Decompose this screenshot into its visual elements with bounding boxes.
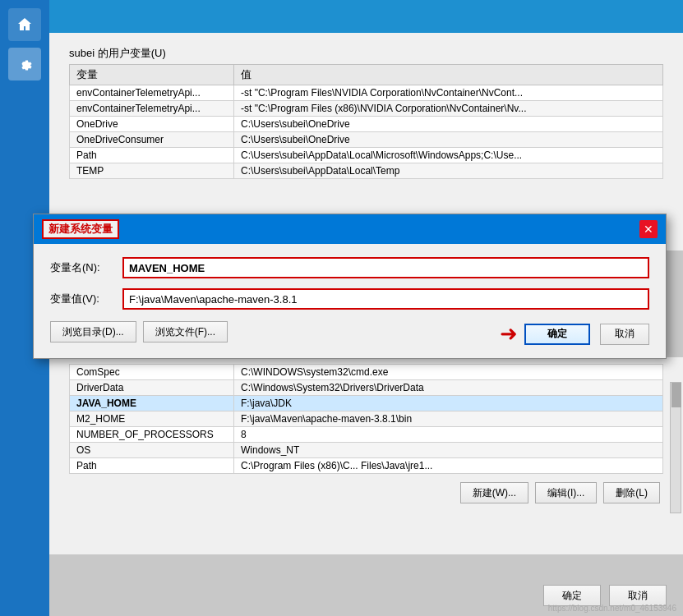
table-row[interactable]: M2_HOMEF:\java\Maven\apache-maven-3.8.1\… — [70, 411, 663, 427]
var-value-cell: -st "C:\Program Files\NVIDIA Corporation… — [234, 85, 663, 101]
var-name-cell: Path — [70, 148, 234, 163]
sys-var-value-cell: F:\java\Maven\apache-maven-3.8.1\bin — [234, 411, 663, 427]
table-row[interactable]: JAVA_HOMEF:\java\JDK — [70, 396, 663, 411]
var-value-cell: C:\Users\subei\AppData\Local\Temp — [234, 163, 663, 179]
dialog-title: 新建系统变量 — [42, 219, 119, 239]
top-bar — [49, 0, 683, 33]
col-value-header: 值 — [234, 65, 663, 85]
var-value-cell: C:\Users\subei\OneDrive — [234, 132, 663, 148]
browse-dir-button[interactable]: 浏览目录(D)... — [50, 321, 136, 342]
dialog-titlebar: 新建系统变量 ✕ — [34, 214, 666, 244]
table-row[interactable]: ComSpecC:\WINDOWS\system32\cmd.exe — [70, 365, 663, 380]
table-row[interactable]: PathC:\Program Files (x86)\C... Files\Ja… — [70, 458, 663, 474]
table-row[interactable]: OSWindows_NT — [70, 443, 663, 458]
table-row[interactable]: NUMBER_OF_PROCESSORS8 — [70, 427, 663, 443]
var-name-label: 变量名(N): — [50, 260, 116, 275]
dialog-close-button[interactable]: ✕ — [639, 220, 658, 238]
table-row[interactable]: TEMPC:\Users\subei\AppData\Local\Temp — [70, 163, 663, 179]
user-vars-header: subei 的用户变量(U) — [59, 39, 673, 64]
settings-icon[interactable] — [8, 48, 41, 80]
dialog-confirm-button[interactable]: 确定 — [524, 324, 590, 345]
table-row[interactable]: OneDriveConsumerC:\Users\subei\OneDrive — [70, 132, 663, 148]
table-row[interactable]: DriverDataC:\Windows\System32\Drivers\Dr… — [70, 380, 663, 396]
scrollbar-thumb[interactable] — [671, 383, 681, 407]
sys-var-name-cell: ComSpec — [70, 365, 234, 380]
var-value-input[interactable] — [122, 288, 649, 310]
var-name-cell: envContainerTelemetryApi... — [70, 85, 234, 101]
var-name-input[interactable] — [122, 257, 649, 278]
sys-var-value-cell: C:\WINDOWS\system32\cmd.exe — [234, 365, 663, 380]
table-row[interactable]: envContainerTelemetryApi...-st "C:\Progr… — [70, 101, 663, 117]
var-value-label: 变量值(V): — [50, 292, 116, 306]
user-vars-table: 变量 值 envContainerTelemetryApi...-st "C:\… — [69, 64, 663, 179]
sys-var-name-cell: JAVA_HOME — [70, 396, 234, 411]
var-value-input-wrapper — [122, 288, 649, 310]
table-row[interactable]: PathC:\Users\subei\AppData\Local\Microso… — [70, 148, 663, 163]
var-value-cell: C:\Users\subei\AppData\Local\Microsoft\W… — [234, 148, 663, 163]
scrollbar[interactable] — [670, 382, 681, 513]
delete-sys-var-button[interactable]: 删除(L) — [603, 482, 660, 503]
var-name-input-wrapper — [122, 257, 649, 278]
sys-var-value-cell: Windows_NT — [234, 443, 663, 458]
home-icon[interactable] — [8, 8, 41, 41]
sys-vars-buttons: 新建(W)... 编辑(I)... 删除(L) — [59, 477, 673, 507]
sys-var-value-cell: C:\Windows\System32\Drivers\DriverData — [234, 380, 663, 396]
sys-var-value-cell: C:\Program Files (x86)\C... Files\Java\j… — [234, 458, 663, 474]
var-name-cell: OneDrive — [70, 117, 234, 132]
var-name-cell: OneDriveConsumer — [70, 132, 234, 148]
dialog-body: 变量名(N): 变量值(V): 浏览目录(D)... 浏览文件(F)... ➜ … — [34, 244, 666, 358]
sys-var-value-cell: F:\java\JDK — [234, 396, 663, 411]
col-variable-header: 变量 — [70, 65, 234, 85]
var-name-cell: envContainerTelemetryApi... — [70, 101, 234, 117]
sys-var-name-cell: M2_HOME — [70, 411, 234, 427]
edit-sys-var-button[interactable]: 编辑(I)... — [535, 482, 597, 503]
sys-vars-table: ComSpecC:\WINDOWS\system32\cmd.exeDriver… — [69, 364, 663, 474]
var-value-cell: C:\Users\subei\OneDrive — [234, 117, 663, 132]
var-value-row: 变量值(V): — [50, 288, 649, 310]
table-row[interactable]: OneDriveC:\Users\subei\OneDrive — [70, 117, 663, 132]
new-sys-var-button[interactable]: 新建(W)... — [460, 482, 528, 503]
dialog-cancel-button[interactable]: 取消 — [600, 324, 649, 345]
var-value-cell: -st "C:\Program Files (x86)\NVIDIA Corpo… — [234, 101, 663, 117]
var-name-cell: TEMP — [70, 163, 234, 179]
sys-vars-section: ComSpecC:\WINDOWS\system32\cmd.exeDriver… — [49, 357, 683, 554]
sys-var-name-cell: OS — [70, 443, 234, 458]
var-name-row: 变量名(N): — [50, 257, 649, 278]
table-row[interactable]: envContainerTelemetryApi...-st "C:\Progr… — [70, 85, 663, 101]
arrow-icon: ➜ — [500, 321, 518, 347]
sys-var-name-cell: DriverData — [70, 380, 234, 396]
sys-var-name-cell: Path — [70, 458, 234, 474]
watermark: https://blog.csdn.net/m0_46153946 — [548, 604, 676, 613]
browse-file-button[interactable]: 浏览文件(F)... — [143, 321, 228, 342]
dialog-buttons-row: 浏览目录(D)... 浏览文件(F)... ➜ 确定 取消 — [50, 321, 649, 347]
sys-var-name-cell: NUMBER_OF_PROCESSORS — [70, 427, 234, 443]
sys-var-value-cell: 8 — [234, 427, 663, 443]
new-system-var-dialog: 新建系统变量 ✕ 变量名(N): 变量值(V): 浏览目录(D)... 浏览文件… — [33, 214, 667, 359]
